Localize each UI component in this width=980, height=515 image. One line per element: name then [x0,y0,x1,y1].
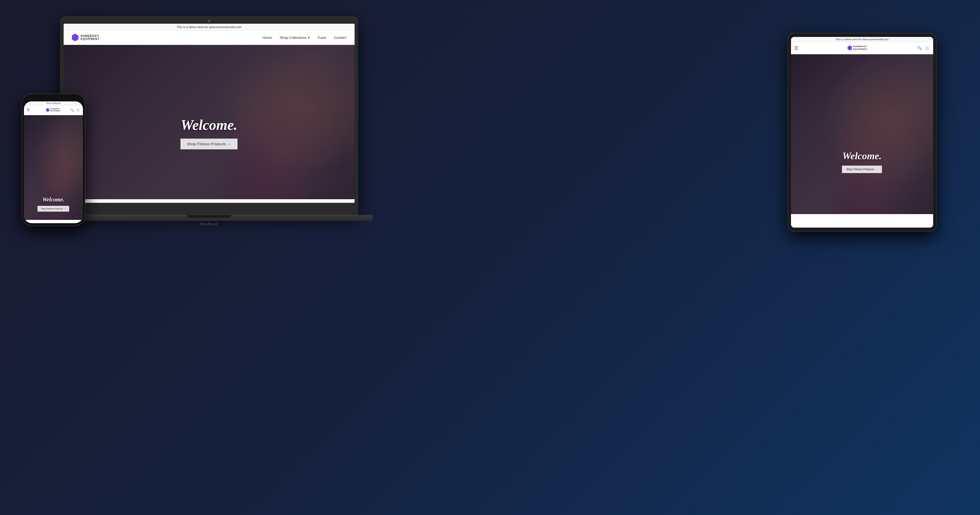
macbook-demo-text: This is a demo store for www.ecommerceif… [177,25,242,29]
phone-logo: HOMEBODY EQUIPMENT [46,108,60,112]
tablet-logo: HOMEBODY EQUIPMENT [848,45,867,51]
phone-screen: This is a eify.com ☰ HOMEBODY EQUIPMENT … [24,102,83,223]
phone-hero-cta-label: Shop Fitness Products → [41,208,66,210]
tablet-frame: This is a demo store for www.ecommerceif… [788,33,937,232]
phone-device: This is a eify.com ☰ HOMEBODY EQUIPMENT … [22,94,85,226]
nav-link-shop-collections[interactable]: Shop Collections ▾ [280,35,310,40]
phone-hero: Welcome. Shop Fitness Products → [24,115,83,220]
macbook-device: This is a demo store for www.ecommerceif… [60,16,358,232]
macbook-logo-top: HOMEBODY [81,35,99,38]
tablet-hero-title: Welcome. [799,150,925,162]
nav-link-home[interactable]: Home [262,35,272,40]
tablet-hero-cta-button[interactable]: Shop Fitness Products → [842,165,882,173]
macbook-nav-links: Home Shop Collections ▾ Track Contact [262,35,346,40]
phone-nav-icons: 🔍 🛒 [70,108,80,112]
macbook-frame: This is a demo store for www.ecommerceif… [60,16,358,215]
tablet-logo-icon [848,46,852,51]
phone-demo-banner: This is a eify.com [24,102,83,105]
tablet-screen: This is a demo store for www.ecommerceif… [791,37,933,227]
phone-hero-cta-button[interactable]: Shop Fitness Products → [37,206,69,211]
phone-menu-icon[interactable]: ☰ [27,108,30,112]
nav-link-track[interactable]: Track [317,35,326,40]
macbook-hero: Welcome. Shop Fitness Products → [64,45,355,199]
phone-cart-icon[interactable]: 🛒 [76,108,80,112]
macbook-logo-bottom: EQUIPMENT [81,38,99,40]
tablet-logo-bottom: EQUIPMENT [853,48,867,51]
macbook-logo-icon [72,33,78,41]
phone-hero-title: Welcome. [37,197,69,203]
phone-demo-text-left: This is a [46,102,53,104]
phone-frame: This is a eify.com ☰ HOMEBODY EQUIPMENT … [22,94,85,226]
phone-logo-text: HOMEBODY EQUIPMENT [50,108,60,112]
phone-logo-icon [46,108,49,112]
phone-logo-top: HOMEBODY [50,108,60,110]
phone-nav: ☰ HOMEBODY EQUIPMENT 🔍 🛒 [24,105,83,115]
phone-search-icon[interactable]: 🔍 [70,108,74,112]
tablet-search-icon[interactable]: 🔍 [917,46,922,51]
tablet-hero-overlay [791,54,933,214]
phone-hero-content: Welcome. Shop Fitness Products → [37,197,69,211]
macbook-demo-banner: This is a demo store for www.ecommerceif… [64,24,355,30]
macbook-hero-cta-button[interactable]: Shop Fitness Products → [180,138,237,149]
tablet-hero-cta-label: Shop Fitness Products → [846,168,878,171]
scene: This is a demo store for www.ecommerceif… [22,16,959,499]
macbook-brand-label: MacBook [60,222,358,226]
tablet-hero: Welcome. Shop Fitness Products → [791,54,933,214]
macbook-nav: HOMEBODY EQUIPMENT Home Shop Collections… [64,30,355,45]
nav-link-contact[interactable]: Contact [334,35,346,40]
tablet-cart-icon[interactable]: 🛒 [925,46,930,51]
chevron-down-icon: ▾ [308,35,310,40]
phone-demo-text-right: eify.com [54,102,61,104]
tablet-menu-icon[interactable]: ☰ [794,46,798,51]
tablet-demo-text: This is a demo store for www.ecommerceif… [835,38,889,41]
tablet-demo-banner: This is a demo store for www.ecommerceif… [791,37,933,42]
macbook-camera [208,20,210,22]
tablet-nav: ☰ HOMEBODY EQUIPMENT 🔍 🛒 [791,42,933,54]
tablet-hero-content: Welcome. Shop Fitness Products → [799,150,925,173]
tablet-logo-top: HOMEBODY [853,45,867,48]
macbook-hero-cta-label: Shop Fitness Products → [187,142,231,146]
macbook-base [45,215,373,221]
tablet-nav-icons: 🔍 🛒 [917,46,930,51]
macbook-screen: This is a demo store for www.ecommerceif… [64,24,355,203]
phone-logo-bottom: EQUIPMENT [50,110,60,112]
macbook-logo: HOMEBODY EQUIPMENT [72,33,99,41]
phone-notch [45,97,62,100]
tablet-device: This is a demo store for www.ecommerceif… [788,33,937,232]
macbook-hero-content: Welcome. Shop Fitness Products → [180,117,237,149]
macbook-notch [187,215,231,218]
macbook-logo-text: HOMEBODY EQUIPMENT [81,35,99,40]
tablet-logo-text: HOMEBODY EQUIPMENT [853,45,867,51]
macbook-hero-title: Welcome. [180,117,237,133]
